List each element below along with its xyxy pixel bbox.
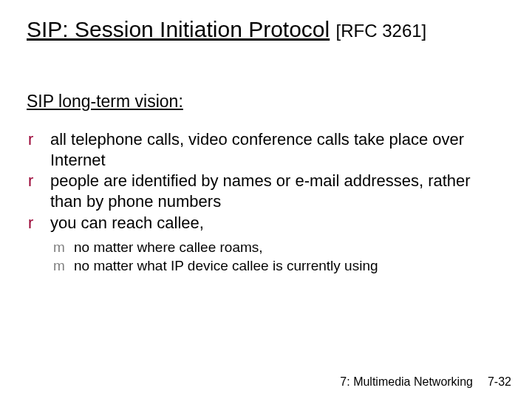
list-item: r you can reach callee, — [27, 213, 505, 233]
slide: SIP: Session Initiation Protocol [RFC 32… — [0, 0, 532, 399]
list-item: r people are identified by names or e-ma… — [27, 171, 505, 212]
bullet-text: all telephone calls, video conference ca… — [50, 129, 505, 171]
title-main: SIP: Session Initiation Protocol — [27, 17, 330, 41]
slide-title: SIP: Session Initiation Protocol [RFC 32… — [27, 16, 505, 43]
list-item: r all telephone calls, video conference … — [27, 129, 505, 171]
bullet-marker: m — [53, 256, 74, 276]
footer-chapter: 7: Multimedia Networking — [340, 375, 473, 389]
title-note: [RFC 3261] — [336, 21, 427, 41]
footer-page: 7-32 — [488, 375, 511, 389]
bullet-text: no matter where callee roams, — [74, 238, 505, 257]
bullet-text: people are identified by names or e-mail… — [50, 171, 505, 212]
list-item: m no matter where callee roams, — [53, 238, 505, 257]
slide-footer: 7: Multimedia Networking 7-32 — [340, 375, 511, 389]
bullet-list-primary: r all telephone calls, video conference … — [27, 129, 505, 233]
bullet-marker: r — [27, 171, 50, 212]
section-heading: SIP long-term vision: — [27, 92, 505, 112]
bullet-text: you can reach callee, — [50, 213, 505, 233]
bullet-marker: r — [27, 213, 50, 233]
bullet-text: no matter what IP device callee is curre… — [74, 256, 505, 276]
bullet-marker: m — [53, 238, 74, 257]
list-item: m no matter what IP device callee is cur… — [53, 256, 505, 276]
bullet-marker: r — [27, 129, 50, 171]
bullet-list-secondary: m no matter where callee roams, m no mat… — [27, 238, 505, 276]
